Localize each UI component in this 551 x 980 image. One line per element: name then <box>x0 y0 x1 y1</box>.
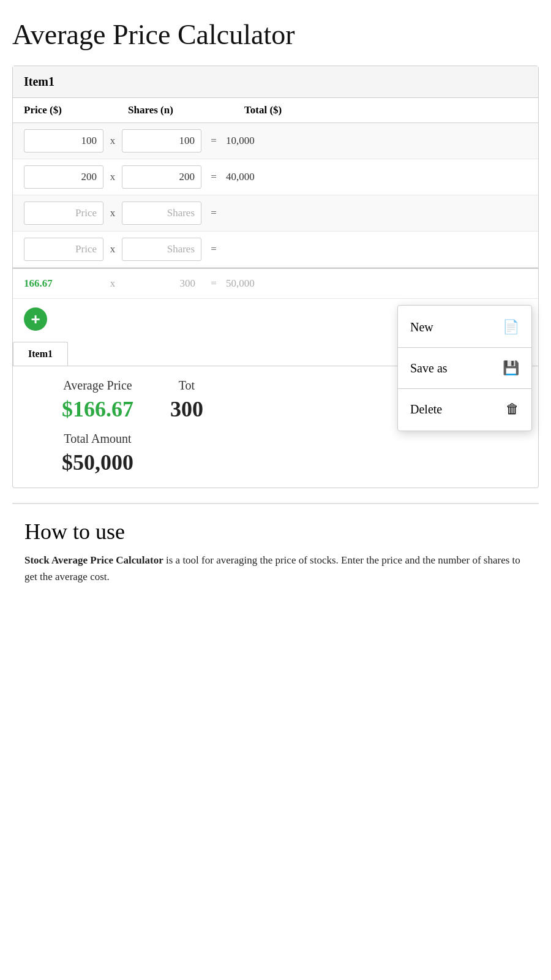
column-headers: Price ($) Shares (n) Total ($) <box>13 98 538 123</box>
total-shares-result: Tot 300 <box>170 379 203 422</box>
total-amount-label: Total Amount <box>62 432 133 446</box>
dropdown-divider-1 <box>398 347 531 348</box>
card-header: Item1 <box>13 66 538 98</box>
dropdown-new[interactable]: New 📄 <box>398 311 531 344</box>
equals-sign-4: = <box>201 243 226 255</box>
dropdown-save-as-label: Save as <box>410 361 448 375</box>
total-shares-label: Tot <box>170 379 203 393</box>
shares-input-2[interactable] <box>122 165 201 189</box>
total-column-header: Total ($) <box>244 104 282 116</box>
tab-item1-label: Item1 <box>28 349 53 359</box>
summary-multiply: x <box>103 277 122 290</box>
delete-icon: 🗑 <box>506 401 519 417</box>
equals-sign-1: = <box>201 135 226 147</box>
how-to-body: Stock Average Price Calculator is a tool… <box>24 552 527 585</box>
summary-total: 50,000 <box>226 277 255 290</box>
summary-shares: 300 <box>122 277 201 290</box>
table-row: x = <box>13 195 538 232</box>
table-row: x = 40,000 <box>13 159 538 195</box>
dropdown-divider-2 <box>398 388 531 389</box>
avg-price-result: Average Price $166.67 Total Amount $50,0… <box>62 379 133 475</box>
equals-sign-2: = <box>201 171 226 183</box>
dropdown-menu: New 📄 Save as 💾 Delete 🗑 <box>397 305 532 431</box>
avg-price-value: $166.67 <box>62 396 133 422</box>
shares-input-4[interactable] <box>122 238 201 261</box>
dropdown-new-label: New <box>410 320 433 334</box>
how-to-title: How to use <box>24 519 527 545</box>
multiply-operator-2: x <box>103 171 122 183</box>
price-input-2[interactable] <box>24 165 103 189</box>
multiply-operator-3: x <box>103 207 122 219</box>
price-input-4[interactable] <box>24 238 103 261</box>
multiply-operator-4: x <box>103 243 122 255</box>
page-title: Average Price Calculator <box>12 18 539 51</box>
row-total-2: 40,000 <box>226 171 275 183</box>
add-dropdown-area: + 💾 ↻ ☰ New 📄 Save as 💾 <box>13 299 538 339</box>
dropdown-delete-label: Delete <box>410 402 442 417</box>
tab-item1[interactable]: Item1 <box>13 342 68 366</box>
save-as-icon: 💾 <box>503 360 519 376</box>
avg-price-label: Average Price <box>62 379 133 393</box>
summary-row: 166.67 x 300 = 50,000 <box>13 268 538 299</box>
price-input-3[interactable] <box>24 202 103 225</box>
how-to-section: How to use Stock Average Price Calculato… <box>12 503 539 597</box>
how-to-strong: Stock Average Price Calculator <box>24 554 163 566</box>
shares-input-3[interactable] <box>122 202 201 225</box>
shares-column-header: Shares (n) <box>128 104 220 116</box>
table-row: x = 10,000 <box>13 123 538 159</box>
calculator-card: Item1 Price ($) Shares (n) Total ($) x =… <box>12 66 539 488</box>
summary-avg-price: 166.67 <box>24 277 103 290</box>
dropdown-delete[interactable]: Delete 🗑 <box>398 393 531 426</box>
dropdown-save-as[interactable]: Save as 💾 <box>398 352 531 385</box>
total-shares-value: 300 <box>170 396 203 422</box>
page-container: Average Price Calculator Item1 Price ($)… <box>0 0 551 609</box>
price-input-1[interactable] <box>24 129 103 153</box>
new-doc-icon: 📄 <box>503 319 519 335</box>
table-row: x = <box>13 232 538 268</box>
row-total-1: 10,000 <box>226 135 275 147</box>
multiply-operator-1: x <box>103 135 122 147</box>
price-column-header: Price ($) <box>24 104 110 116</box>
equals-sign-3: = <box>201 207 226 219</box>
total-amount-value: $50,000 <box>62 450 133 475</box>
card-title: Item1 <box>24 75 54 88</box>
add-row-button[interactable]: + <box>24 307 47 331</box>
shares-input-1[interactable] <box>122 129 201 153</box>
summary-equals: = <box>201 277 226 290</box>
